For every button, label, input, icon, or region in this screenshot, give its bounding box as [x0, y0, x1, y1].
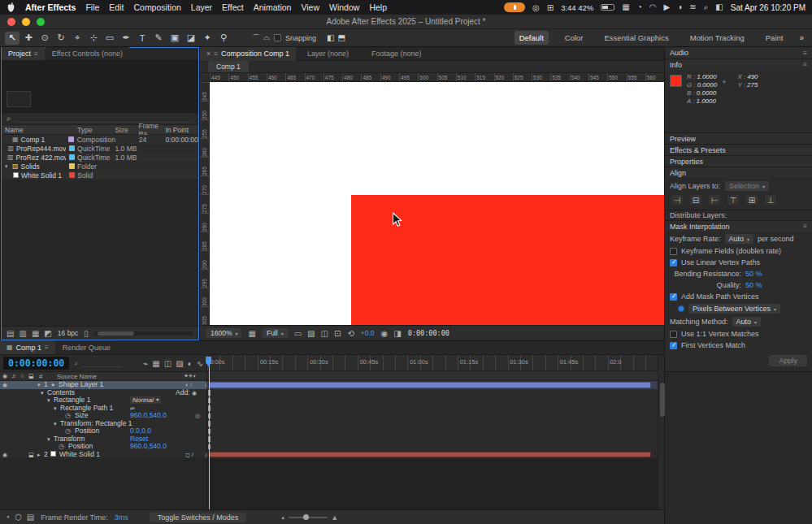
col-size[interactable]: Size: [115, 126, 138, 134]
pickwhip-icon[interactable]: ◎: [195, 412, 200, 420]
panel-menu-icon[interactable]: ≡: [34, 50, 38, 58]
preview-panel-header[interactable]: Preview: [665, 132, 812, 144]
label-color-chip[interactable]: [69, 154, 75, 160]
panel-menu-icon[interactable]: ≡: [803, 223, 807, 230]
project-row-solids[interactable]: ▾▨Solids Folder: [2, 162, 198, 171]
expand-arrow-icon[interactable]: ▾: [54, 420, 57, 428]
menu-layer[interactable]: Layer: [191, 2, 212, 12]
close-tab-icon[interactable]: ×: [206, 50, 211, 58]
play-icon[interactable]: ▶: [664, 2, 671, 12]
disk-cache-icon[interactable]: ▤: [27, 513, 34, 522]
menu-view[interactable]: View: [301, 2, 319, 12]
menu-edit[interactable]: Edit: [109, 2, 124, 12]
shape-layer-duration-bar[interactable]: [209, 382, 651, 388]
resolution-dropdown[interactable]: Full▾: [263, 328, 288, 338]
app-menu-title[interactable]: After Effects: [25, 2, 76, 12]
snap-edges-icon[interactable]: ⌓: [263, 32, 270, 44]
render-clock-icon[interactable]: ◔: [5, 513, 10, 522]
add-property-icon[interactable]: ◉: [192, 389, 197, 397]
transparency-grid-icon[interactable]: ▨: [307, 329, 315, 338]
timeline-row-position-rect[interactable]: ◷ Position 0.0,0.0: [0, 427, 206, 435]
lock-icon[interactable]: ⬓: [28, 451, 34, 459]
linear-vertex-checkbox[interactable]: [670, 259, 677, 266]
workspace-paint[interactable]: Paint: [761, 31, 788, 45]
exposure-value[interactable]: +0.0: [361, 329, 375, 337]
keyboard-icon[interactable]: ⊞: [547, 3, 554, 12]
project-search-input[interactable]: [15, 115, 193, 123]
network-render-icon[interactable]: ⬡: [15, 513, 22, 522]
col-type[interactable]: Type: [77, 126, 115, 134]
current-time-display[interactable]: 0:00:00:00: [3, 357, 69, 370]
moon-icon[interactable]: ◑: [677, 2, 682, 12]
orbit-camera-tool[interactable]: ↻: [54, 32, 68, 45]
align-left-icon[interactable]: ⊣: [671, 195, 683, 205]
tab-footage[interactable]: Footage (none): [360, 50, 433, 58]
vertices-unit-dropdown[interactable]: Pixels Between Vertices▾: [688, 304, 780, 314]
eye-icon[interactable]: ◉: [2, 451, 7, 459]
keyframe-fields-checkbox[interactable]: [670, 248, 677, 255]
vertices-unit-radio[interactable]: [678, 305, 684, 312]
tab-render-queue[interactable]: Render Queue: [56, 340, 117, 354]
workspace-color[interactable]: Color: [560, 31, 588, 45]
col-source-name[interactable]: Source Name: [57, 373, 97, 380]
zoom-in-icon[interactable]: ▲: [331, 513, 338, 522]
matching-method-dropdown[interactable]: Auto▾: [732, 317, 762, 327]
project-row-white-solid[interactable]: White Solid 1 Solid: [2, 171, 198, 180]
snapping-checkbox[interactable]: [274, 34, 281, 41]
timeline-row-contents[interactable]: ▾ Contents Add: ◉: [0, 389, 206, 397]
magnification-dropdown[interactable]: 1600%▾: [206, 328, 241, 338]
timeline-row-transform-rectangle1[interactable]: ▾ Transform: Rectangle 1: [0, 420, 206, 428]
tab-timeline-comp1[interactable]: ▦ Comp 1 ≡: [0, 340, 55, 354]
label-color-chip[interactable]: [69, 172, 75, 178]
audio-panel-header[interactable]: Audio≡: [665, 47, 812, 58]
align-right-icon[interactable]: ⊢: [709, 195, 720, 205]
align-bottom-icon[interactable]: ⊥: [765, 195, 776, 205]
layer-switches[interactable]: ◻ /: [185, 451, 193, 459]
menu-effect[interactable]: Effect: [222, 2, 244, 12]
zoom-out-icon[interactable]: ▲: [280, 515, 285, 520]
menu-file[interactable]: File: [85, 2, 99, 12]
blend-mode-dropdown[interactable]: Normal▾: [130, 396, 161, 404]
color-depth-icon[interactable]: ◩: [44, 329, 51, 338]
project-h-scrollbar[interactable]: [94, 331, 193, 336]
trash-icon[interactable]: ▯: [84, 329, 89, 338]
info-panel-header[interactable]: Info≡: [665, 58, 812, 70]
expand-arrow-icon[interactable]: ▾: [41, 389, 44, 397]
workspace-default[interactable]: Default: [515, 31, 549, 45]
zoom-tool[interactable]: ⊙: [37, 32, 52, 45]
property-value[interactable]: 960.0,540.0: [130, 412, 167, 420]
col-in-point[interactable]: In Point: [165, 126, 198, 134]
col-layer-number[interactable]: #: [39, 373, 42, 380]
apple-menu-icon[interactable]: [7, 2, 15, 13]
panel-menu-icon[interactable]: ≡: [214, 50, 218, 58]
one-to-one-checkbox[interactable]: [670, 331, 677, 338]
tab-composition[interactable]: × ≡ Composition Comp 1: [200, 47, 296, 61]
headphones-icon[interactable]: ◠: [649, 2, 657, 12]
menu-window[interactable]: Window: [329, 2, 359, 12]
new-folder-icon[interactable]: ▥: [19, 329, 26, 338]
pen-tool[interactable]: ✒: [119, 32, 133, 45]
menu-composition[interactable]: Composition: [133, 2, 180, 12]
preview-timecode[interactable]: 0:00:00:00: [408, 329, 449, 337]
show-snapshot-icon[interactable]: ◨: [393, 329, 401, 338]
snapshot-icon[interactable]: ◉: [381, 329, 389, 338]
zoom-slider-thumb[interactable]: [303, 514, 309, 520]
project-row-prorez422[interactable]: ▥ProRez 422.mov QuickTime 1.0 MB: [2, 153, 198, 162]
menu-help[interactable]: Help: [369, 2, 387, 12]
hand-tool[interactable]: ✚: [21, 32, 36, 45]
timeline-row-white-solid[interactable]: ◉ ⬓ ▸ 2 White Solid 1 ◻ / ◎ None▾: [0, 451, 206, 459]
bending-resistance-value[interactable]: 50 %: [745, 270, 762, 278]
control-center-icon[interactable]: ◧: [715, 2, 723, 12]
clone-stamp-tool[interactable]: ▣: [167, 32, 182, 45]
solid-color-chip[interactable]: [50, 451, 56, 457]
rectangle-tool[interactable]: ▭: [102, 32, 117, 45]
timeline-row-position-layer[interactable]: ◷ Position 960.0,540.0: [0, 443, 206, 451]
expand-arrow-icon[interactable]: ▾: [47, 396, 50, 405]
menubar-clock[interactable]: Sat Apr 26 10:20 PM: [731, 3, 805, 12]
tab-layer[interactable]: Layer (none): [296, 50, 360, 58]
keyframe-rate-dropdown[interactable]: Auto▾: [725, 234, 754, 244]
more-workspaces-icon[interactable]: »: [799, 33, 804, 42]
spotlight-icon[interactable]: ⌕: [704, 2, 709, 12]
playhead-line[interactable]: [209, 365, 210, 509]
toggle-switches-modes-button[interactable]: Toggle Switches / Modes: [150, 513, 247, 522]
